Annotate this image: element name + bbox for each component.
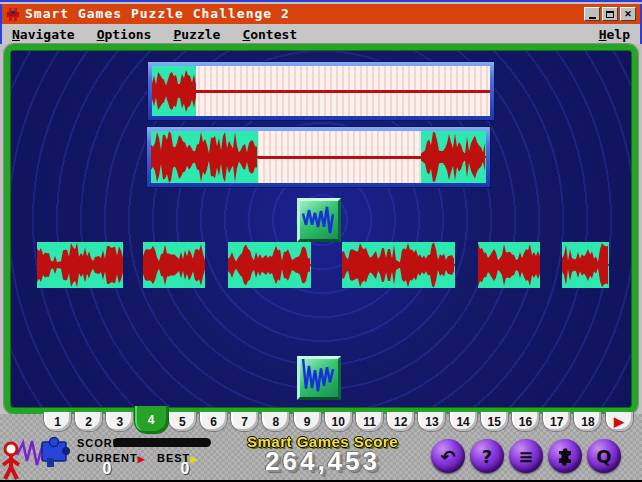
next-arrow-icon: ▶	[614, 415, 624, 428]
menu-item-navigate[interactable]: Navigate	[10, 27, 77, 42]
menu-bar: NavigateOptionsPuzzleContest Help	[0, 24, 642, 44]
play-sound-button-bottom[interactable]	[297, 356, 341, 400]
maximize-button[interactable]	[602, 7, 618, 21]
puzzle-tab-1[interactable]: 1	[43, 412, 72, 432]
menu-lines-icon: ≡	[518, 446, 533, 467]
menu-item-puzzle[interactable]: Puzzle	[171, 27, 222, 42]
question-icon: ?	[482, 446, 492, 467]
placed-piece-track2-right[interactable]	[421, 131, 486, 183]
puzzle-tab-17[interactable]: 17	[542, 412, 571, 432]
app-window: Smart Games Puzzle Challenge 2 ✕ Navigat…	[0, 0, 642, 482]
puzzle-tab-2[interactable]: 2	[74, 412, 103, 432]
minimize-button[interactable]	[584, 7, 600, 21]
solution-track-2[interactable]	[147, 127, 490, 187]
placed-piece-track2-left[interactable]	[151, 131, 258, 183]
waveform-piece-4[interactable]	[342, 242, 455, 288]
puzzle-tab-12[interactable]: 12	[386, 412, 415, 432]
puzzle-tab-3[interactable]: 3	[105, 412, 134, 432]
puzzle-tab-16[interactable]: 16	[511, 412, 540, 432]
close-button[interactable]: ✕	[620, 7, 636, 21]
waveform-piece-6[interactable]	[562, 242, 609, 288]
waveform-piece-3[interactable]	[228, 242, 311, 288]
waveform-baseline	[196, 90, 490, 93]
puzzle-tab-14[interactable]: 14	[449, 412, 478, 432]
puzzle-tab-18[interactable]: 18	[573, 412, 602, 432]
score-progress-bar	[113, 438, 211, 447]
current-arrow-icon: ▶	[138, 454, 146, 464]
undo-arrow-icon: ↶	[440, 446, 455, 467]
undo-button[interactable]: ↶	[431, 439, 465, 473]
mascot-logo	[0, 434, 74, 480]
waveform-piece-1[interactable]	[37, 242, 123, 288]
puzzle-piece-icon	[555, 446, 575, 466]
puzzle-piece-icon	[42, 438, 70, 468]
maximize-icon	[606, 11, 614, 18]
best-score-value: 0	[168, 460, 202, 478]
quit-button[interactable]: Q	[587, 439, 621, 473]
list-button[interactable]: ≡	[509, 439, 543, 473]
waveform-piece-2[interactable]	[143, 242, 205, 288]
puzzle-button[interactable]	[548, 439, 582, 473]
puzzle-tab-7[interactable]: 7	[230, 412, 259, 432]
minimize-icon	[589, 17, 596, 19]
current-score-value: 0	[90, 460, 124, 478]
play-sound-button-top[interactable]	[297, 198, 341, 242]
empty-slot-track1[interactable]	[196, 66, 490, 116]
title-bar: Smart Games Puzzle Challenge 2 ✕	[0, 4, 642, 24]
puzzle-tab-13[interactable]: 13	[417, 412, 446, 432]
menu-item-options[interactable]: Options	[95, 27, 154, 42]
puzzle-tab-9[interactable]: 9	[293, 412, 322, 432]
smart-games-score-value: 264,453	[225, 446, 420, 477]
app-icon	[5, 7, 21, 21]
window-title: Smart Games Puzzle Challenge 2	[25, 4, 290, 24]
empty-slot-track2[interactable]	[258, 131, 421, 183]
menu-item-contest[interactable]: Contest	[240, 27, 299, 42]
puzzle-tab-8[interactable]: 8	[261, 412, 290, 432]
close-icon: ✕	[624, 9, 632, 19]
puzzle-tab-15[interactable]: 15	[480, 412, 509, 432]
puzzle-tab-6[interactable]: 6	[199, 412, 228, 432]
puzzle-tab-11[interactable]: 11	[355, 412, 384, 432]
help-button[interactable]: ?	[470, 439, 504, 473]
quit-q-icon: Q	[596, 446, 611, 467]
solution-track-1[interactable]	[148, 62, 494, 120]
puzzle-tab-5[interactable]: 5	[168, 412, 197, 432]
puzzle-tab-4[interactable]: 4	[134, 406, 169, 434]
menu-item-help[interactable]: Help	[597, 27, 632, 42]
puzzle-tab-10[interactable]: 10	[324, 412, 353, 432]
waveform-piece-5[interactable]	[478, 242, 540, 288]
placed-piece-track1[interactable]	[152, 66, 196, 116]
next-puzzle-tab[interactable]: ▶	[605, 412, 634, 432]
toolbar: ↶?≡Q	[431, 439, 621, 473]
waveform-baseline	[258, 156, 421, 159]
